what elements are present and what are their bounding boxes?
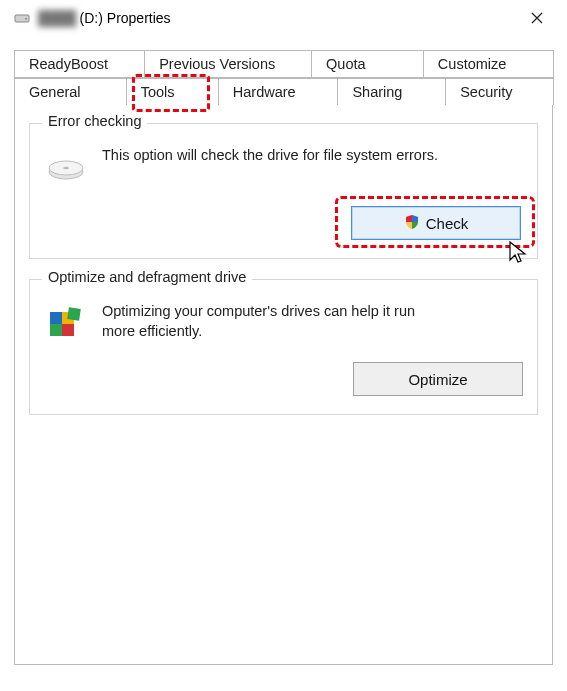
tab-customize[interactable]: Customize xyxy=(423,50,554,78)
defrag-icon xyxy=(44,302,88,346)
tab-readyboost[interactable]: ReadyBoost xyxy=(14,50,145,78)
window-title: ████ (D:) Properties xyxy=(38,10,517,26)
tab-sharing[interactable]: Sharing xyxy=(337,78,446,105)
svg-rect-5 xyxy=(50,312,62,324)
close-button[interactable] xyxy=(517,3,557,33)
group-legend: Error checking xyxy=(42,113,147,129)
drive-icon xyxy=(14,10,30,26)
group-optimize: Optimize and defragment drive Optimizing… xyxy=(29,279,538,415)
title-bar: ████ (D:) Properties xyxy=(0,0,567,36)
tab-strip: ReadyBoost Previous Versions Quota Custo… xyxy=(14,50,553,105)
dialog-body: ReadyBoost Previous Versions Quota Custo… xyxy=(0,36,567,679)
optimize-description: Optimizing your computer's drives can he… xyxy=(102,302,442,341)
optimize-button[interactable]: Optimize xyxy=(353,362,523,396)
group-legend: Optimize and defragment drive xyxy=(42,269,252,285)
tab-security[interactable]: Security xyxy=(445,78,554,105)
tab-panel-tools: Error checking This option will check th… xyxy=(14,105,553,665)
tab-tools[interactable]: Tools xyxy=(126,78,219,105)
svg-rect-8 xyxy=(62,324,74,336)
error-checking-description: This option will check the drive for fil… xyxy=(102,146,438,166)
svg-point-4 xyxy=(63,167,69,170)
check-button[interactable]: Check xyxy=(351,206,521,240)
tab-previous-versions[interactable]: Previous Versions xyxy=(144,50,312,78)
uac-shield-icon xyxy=(404,214,420,233)
svg-rect-1 xyxy=(25,18,27,20)
close-icon xyxy=(531,12,543,24)
cursor-icon xyxy=(507,240,529,270)
tab-hardware[interactable]: Hardware xyxy=(218,78,339,105)
svg-rect-7 xyxy=(50,324,62,336)
tab-general[interactable]: General xyxy=(14,78,127,105)
tab-quota[interactable]: Quota xyxy=(311,50,424,78)
group-error-checking: Error checking This option will check th… xyxy=(29,123,538,259)
svg-rect-9 xyxy=(67,307,81,321)
drive-check-icon xyxy=(44,146,88,190)
